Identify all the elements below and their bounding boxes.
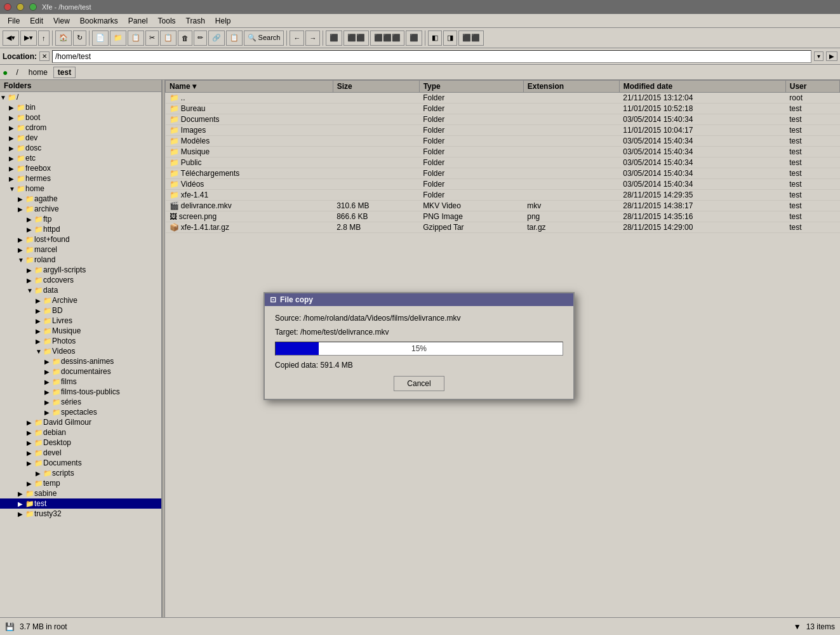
expand-icon[interactable]: ▶ — [36, 307, 42, 314]
prev-panel-button[interactable]: ← — [290, 30, 304, 46]
table-row[interactable]: 📁 ImagesFolder11/01/2015 10:04:17test — [166, 125, 840, 136]
sidebar-item-scripts[interactable]: ▶📁 scripts — [0, 468, 161, 478]
menu-trash[interactable]: Trash — [181, 15, 210, 27]
sidebar-item-Archive[interactable]: ▶📁 Archive — [0, 295, 161, 305]
location-go-button[interactable]: ▶ — [826, 51, 837, 61]
sidebar-item-freebox[interactable]: ▶📁 freebox — [0, 163, 161, 173]
table-row[interactable]: 📁 PublicFolder03/05/2014 15:40:34test — [166, 157, 840, 168]
expand-icon[interactable]: ▼ — [27, 287, 33, 294]
col-date[interactable]: Modified date — [619, 81, 785, 93]
delete-button[interactable]: 🗑 — [178, 30, 192, 46]
dialog-cancel-button[interactable]: Cancel — [394, 376, 444, 391]
expand-icon[interactable]: ▶ — [9, 155, 15, 162]
up-button[interactable]: ↑ — [38, 30, 50, 46]
sidebar-item-dessins-animes[interactable]: ▶📁 dessins-animes — [0, 356, 161, 366]
sidebar-item-test[interactable]: ▶📁 test — [0, 498, 161, 509]
table-row[interactable]: 🖼 screen.png866.6 KBPNG Imagepng28/11/20… — [166, 211, 840, 222]
location-input[interactable] — [52, 50, 811, 63]
table-row[interactable]: 🎬 delivrance.mkv310.6 MBMKV Videomkv28/1… — [166, 201, 840, 211]
expand-icon[interactable]: ▶ — [18, 490, 24, 497]
expand-icon[interactable]: ▼ — [9, 185, 15, 192]
sidebar-item-httpd[interactable]: ▶📁 httpd — [0, 224, 161, 234]
expand-icon[interactable]: ▶ — [27, 439, 33, 446]
expand-icon[interactable]: ▶ — [44, 399, 51, 406]
sidebar-item-Musique[interactable]: ▶📁 Musique — [0, 326, 161, 336]
panel-left-button[interactable]: ◧ — [428, 30, 442, 46]
table-row[interactable]: 📁 ..Folder21/11/2015 13:12:04root — [166, 93, 840, 104]
sidebar-item-BD[interactable]: ▶📁 BD — [0, 305, 161, 316]
location-clear-button[interactable]: ✕ — [39, 51, 50, 61]
sidebar-item-root[interactable]: ▼📁 / — [0, 92, 161, 102]
sidebar-item-ftp[interactable]: ▶📁 ftp — [0, 214, 161, 224]
sidebar-item-dev[interactable]: ▶📁 dev — [0, 133, 161, 143]
sidebar-item-etc[interactable]: ▶📁 etc — [0, 153, 161, 163]
sidebar-item-data[interactable]: ▼📁 data — [0, 285, 161, 295]
expand-icon[interactable]: ▶ — [44, 389, 51, 396]
view4-button[interactable]: ⬛ — [406, 30, 422, 46]
sidebar-item-cdcovers[interactable]: ▶📁 cdcovers — [0, 275, 161, 285]
sidebar-item-David Gilmour[interactable]: ▶📁 David Gilmour — [0, 417, 161, 427]
expand-icon[interactable]: ▶ — [9, 135, 15, 142]
sidebar-item-sabine[interactable]: ▶📁 sabine — [0, 488, 161, 498]
sidebar-item-Photos[interactable]: ▶📁 Photos — [0, 336, 161, 346]
view2-button[interactable]: ⬛⬛ — [343, 30, 369, 46]
expand-icon[interactable]: ▼ — [36, 348, 42, 355]
sidebar-item-trusty32[interactable]: ▶📁 trusty32 — [0, 509, 161, 519]
table-row[interactable]: 📁 VidéosFolder03/05/2014 15:40:34test — [166, 179, 840, 190]
expand-icon[interactable]: ▶ — [27, 460, 33, 467]
expand-icon[interactable]: ▶ — [27, 480, 33, 487]
table-row[interactable]: 📁 xfe-1.41Folder28/11/2015 14:29:35test — [166, 190, 840, 201]
sidebar-item-argyll-scripts[interactable]: ▶📁 argyll-scripts — [0, 265, 161, 275]
expand-icon[interactable]: ▶ — [27, 419, 33, 426]
sidebar-item-debian[interactable]: ▶📁 debian — [0, 427, 161, 438]
paste-button[interactable]: 📋 — [160, 30, 177, 46]
expand-icon[interactable]: ▶ — [18, 196, 24, 203]
expand-icon[interactable]: ▶ — [9, 104, 15, 111]
expand-icon[interactable]: ▶ — [27, 226, 33, 233]
table-row[interactable]: 📁 BureauFolder11/01/2015 10:52:18test — [166, 104, 840, 114]
minimize-button[interactable] — [17, 3, 24, 11]
expand-icon[interactable]: ▶ — [36, 297, 42, 304]
search-button[interactable]: 🔍 Search — [244, 30, 284, 46]
table-row[interactable]: 📦 xfe-1.41.tar.gz2.8 MBGzipped Tartar.gz… — [166, 222, 840, 233]
expand-icon[interactable]: ▶ — [9, 124, 15, 131]
expand-icon[interactable]: ▶ — [18, 511, 24, 518]
breadcrumb-test[interactable]: test — [53, 67, 76, 78]
expand-icon[interactable]: ▶ — [9, 175, 15, 182]
panel-right-button[interactable]: ◨ — [443, 30, 457, 46]
table-row[interactable]: 📁 MusiqueFolder03/05/2014 15:40:34test — [166, 147, 840, 157]
menu-tools[interactable]: Tools — [153, 15, 181, 27]
copy-button[interactable]: 📋 — [128, 30, 144, 46]
sidebar-item-spectacles[interactable]: ▶📁 spectacles — [0, 407, 161, 417]
expand-icon[interactable]: ▶ — [36, 318, 42, 324]
sidebar-item-Desktop[interactable]: ▶📁 Desktop — [0, 438, 161, 448]
sidebar-item-dosc[interactable]: ▶📁 dosc — [0, 143, 161, 153]
menu-panel[interactable]: Panel — [123, 15, 153, 27]
sidebar-item-cdrom[interactable]: ▶📁 cdrom — [0, 123, 161, 133]
expand-icon[interactable]: ▶ — [18, 500, 24, 507]
menu-bookmarks[interactable]: Bookmarks — [75, 15, 123, 27]
col-size[interactable]: Size — [333, 81, 419, 93]
expand-icon[interactable]: ▶ — [27, 277, 33, 284]
expand-icon[interactable]: ▶ — [27, 267, 33, 274]
menu-view[interactable]: View — [48, 15, 75, 27]
refresh-button[interactable]: ↻ — [73, 30, 86, 46]
menu-edit[interactable]: Edit — [25, 15, 48, 27]
properties-button[interactable]: 📋 — [226, 30, 243, 46]
expand-icon[interactable]: ▶ — [44, 358, 51, 365]
rename-button[interactable]: ✏ — [194, 30, 207, 46]
col-user[interactable]: User — [785, 81, 839, 93]
view3-button[interactable]: ⬛⬛⬛ — [370, 30, 404, 46]
view1-button[interactable]: ⬛ — [326, 30, 342, 46]
home-button[interactable]: 🏠 — [55, 30, 72, 46]
forward-button[interactable]: ▶▾ — [20, 30, 37, 46]
sidebar-item-Livres[interactable]: ▶📁 Livres — [0, 316, 161, 326]
new-folder-button[interactable]: 📁 — [110, 30, 126, 46]
col-extension[interactable]: Extension — [523, 81, 619, 93]
expand-icon[interactable]: ▶ — [36, 328, 42, 335]
sidebar-item-devel[interactable]: ▶📁 devel — [0, 448, 161, 458]
sidebar-item-temp[interactable]: ▶📁 temp — [0, 478, 161, 488]
sidebar-item-agathe[interactable]: ▶📁 agathe — [0, 194, 161, 204]
expand-icon[interactable]: ▶ — [36, 470, 42, 477]
sidebar-item-home[interactable]: ▼📁 home — [0, 184, 161, 194]
